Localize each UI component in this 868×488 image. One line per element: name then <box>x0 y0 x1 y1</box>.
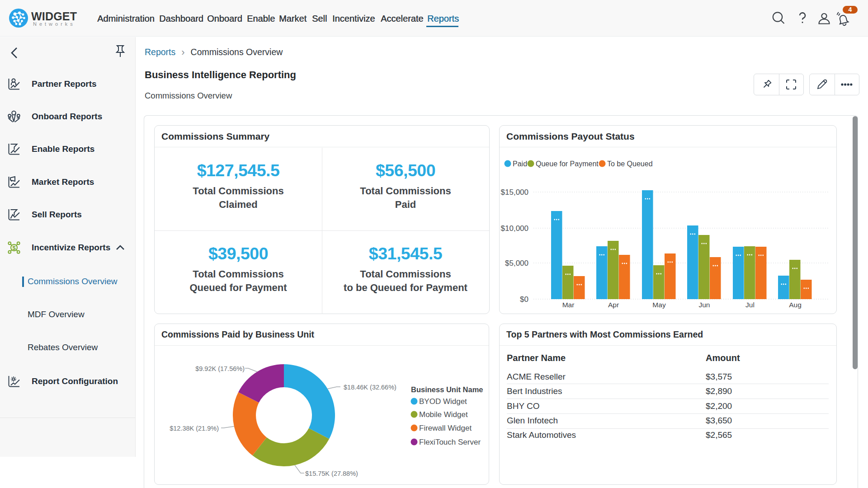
svg-text:Apr: Apr <box>608 301 619 309</box>
svg-text:$15,000: $15,000 <box>501 188 528 197</box>
svg-text:$18.46K (32.66%): $18.46K (32.66%) <box>344 384 396 391</box>
svg-text:Queue for Payment: Queue for Payment <box>536 160 599 168</box>
svg-text:Business Unit Name: Business Unit Name <box>411 385 483 394</box>
svg-text:Aug: Aug <box>789 301 802 309</box>
svg-text:$5,000: $5,000 <box>505 259 528 267</box>
svg-text:Jul: Jul <box>745 301 755 309</box>
svg-text:BYOD Widget: BYOD Widget <box>419 397 467 406</box>
svg-text:May: May <box>652 301 666 309</box>
svg-text:Jun: Jun <box>699 301 710 309</box>
svg-text:$15.75K (27.88%): $15.75K (27.88%) <box>305 470 358 477</box>
svg-text:Mobile Widget: Mobile Widget <box>419 410 468 419</box>
svg-text:$0: $0 <box>520 295 528 304</box>
svg-text:To be Queued: To be Queued <box>607 160 653 168</box>
svg-text:Mar: Mar <box>562 301 575 309</box>
svg-text:$10,000: $10,000 <box>501 224 528 233</box>
svg-text:Firewall Widget: Firewall Widget <box>419 424 472 432</box>
svg-text:FlexiTouch Server: FlexiTouch Server <box>419 438 481 446</box>
svg-text:Paid: Paid <box>513 160 527 168</box>
svg-text:$12.38K (21.9%): $12.38K (21.9%) <box>170 425 219 432</box>
svg-text:$9.92K (17.56%): $9.92K (17.56%) <box>195 365 245 372</box>
svg-text:$: $ <box>12 244 16 251</box>
